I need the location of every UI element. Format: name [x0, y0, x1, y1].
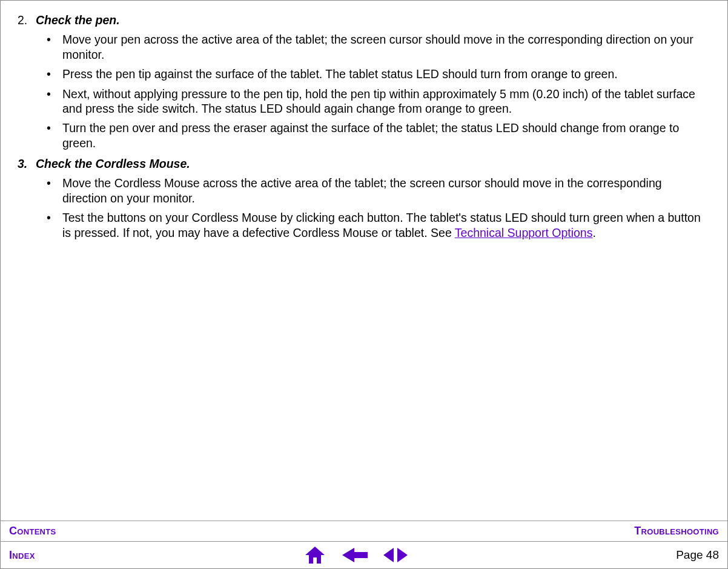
step-2-header: 2. Check the pen.	[18, 13, 710, 27]
technical-support-link[interactable]: Technical Support Options	[455, 226, 593, 239]
index-link[interactable]: Index	[9, 549, 35, 562]
list-item: • Next, without applying pressure to the…	[44, 87, 706, 116]
bullet-text: Next, without applying pressure to the p…	[62, 87, 706, 116]
list-item: • Test the buttons on your Cordless Mous…	[44, 210, 706, 240]
svg-marker-3	[397, 548, 408, 562]
document-body: 2. Check the pen. • Move your pen across…	[1, 1, 727, 521]
step-3-header: 3. Check the Cordless Mouse.	[18, 156, 710, 171]
bullet-icon: •	[44, 121, 62, 150]
svg-marker-2	[383, 548, 394, 562]
step-3-title: Check the Cordless Mouse.	[36, 156, 190, 171]
page-footer: Contents Troubleshooting Index Page 48	[1, 521, 727, 568]
svg-marker-0	[305, 547, 325, 564]
footer-row-top: Contents Troubleshooting	[1, 521, 727, 541]
prev-next-icon[interactable]	[383, 547, 408, 564]
page-number: Page 48	[676, 548, 719, 562]
bullet-icon: •	[44, 210, 62, 240]
list-item: • Move your pen across the active area o…	[44, 32, 706, 62]
list-item: • Press the pen tip against the surface …	[44, 67, 706, 81]
list-item: • Move the Cordless Mouse across the act…	[44, 176, 706, 205]
bullet-icon: •	[44, 67, 62, 81]
troubleshooting-link[interactable]: Troubleshooting	[634, 525, 719, 537]
svg-marker-1	[342, 548, 368, 562]
bullet-text: Turn the pen over and press the eraser a…	[62, 121, 706, 150]
bullet-icon: •	[44, 176, 62, 205]
bullet-text: Test the buttons on your Cordless Mouse …	[62, 210, 706, 240]
bullet-text-suffix: .	[592, 226, 595, 239]
home-icon[interactable]	[303, 545, 326, 565]
step-2-bullets: • Move your pen across the active area o…	[44, 32, 706, 150]
nav-icons	[303, 545, 408, 565]
bullet-text: Press the pen tip against the surface of…	[62, 67, 706, 81]
step-2-number: 2.	[18, 13, 36, 27]
contents-link[interactable]: Contents	[9, 525, 56, 537]
bullet-text: Move your pen across the active area of …	[62, 32, 706, 62]
footer-row-bottom: Index Page 48	[1, 541, 727, 568]
bullet-text: Move the Cordless Mouse across the activ…	[62, 176, 706, 205]
list-item: • Turn the pen over and press the eraser…	[44, 121, 706, 150]
step-3-number: 3.	[18, 156, 36, 171]
step-3-bullets: • Move the Cordless Mouse across the act…	[44, 176, 706, 240]
bullet-text-prefix: Test the buttons on your Cordless Mouse …	[62, 211, 701, 239]
bullet-icon: •	[44, 32, 62, 62]
back-arrow-icon[interactable]	[342, 547, 368, 564]
step-2-title: Check the pen.	[36, 13, 120, 27]
bullet-icon: •	[44, 87, 62, 116]
